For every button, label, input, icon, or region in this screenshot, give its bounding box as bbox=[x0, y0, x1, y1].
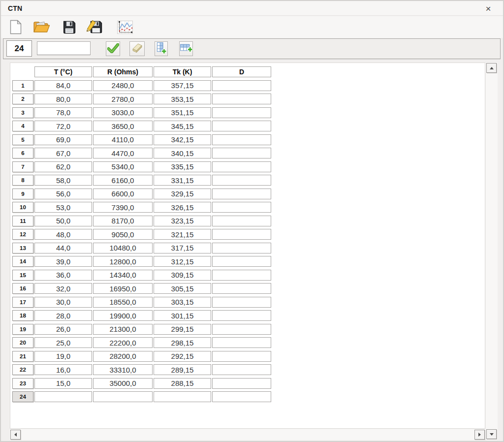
grid-cell-t-row15[interactable]: 36,0 bbox=[34, 270, 92, 281]
row-number-3[interactable]: 3 bbox=[12, 107, 33, 118]
grid-cell-tk-row11[interactable]: 323,15 bbox=[154, 216, 211, 226]
open-file-button[interactable] bbox=[32, 17, 51, 37]
grid-cell-r-row13[interactable]: 10480,0 bbox=[93, 243, 153, 253]
grid-cell-d-row23[interactable] bbox=[212, 378, 271, 389]
row-number-5[interactable]: 5 bbox=[12, 134, 33, 145]
validate-button[interactable] bbox=[106, 41, 120, 56]
row-number-8[interactable]: 8 bbox=[12, 175, 33, 186]
grid-cell-t-row10[interactable]: 53,0 bbox=[34, 202, 92, 213]
grid-cell-t-row13[interactable]: 44,0 bbox=[34, 243, 92, 253]
grid-cell-t-row22[interactable]: 16,0 bbox=[34, 364, 92, 375]
grid-cell-tk-row21[interactable]: 292,15 bbox=[154, 351, 211, 362]
grid-cell-tk-row13[interactable]: 317,15 bbox=[154, 243, 211, 253]
grid-cell-t-row21[interactable]: 19,0 bbox=[34, 351, 92, 362]
new-file-button[interactable] bbox=[6, 17, 26, 37]
grid-cell-r-row14[interactable]: 12800,0 bbox=[93, 256, 153, 267]
chart-button[interactable] bbox=[115, 17, 135, 37]
grid-cell-t-row19[interactable]: 26,0 bbox=[34, 324, 92, 335]
grid-cell-d-row13[interactable] bbox=[212, 243, 271, 253]
grid-cell-d-row8[interactable] bbox=[212, 175, 271, 186]
grid-cell-r-row12[interactable]: 9050,0 bbox=[93, 229, 153, 240]
grid-cell-t-row14[interactable]: 39,0 bbox=[34, 256, 92, 267]
row-number-10[interactable]: 10 bbox=[12, 202, 33, 213]
grid-cell-t-row5[interactable]: 69,0 bbox=[34, 134, 92, 145]
grid-cell-r-row8[interactable]: 6160,0 bbox=[93, 175, 153, 186]
grid-cell-d-row12[interactable] bbox=[212, 229, 271, 240]
grid-cell-t-row9[interactable]: 56,0 bbox=[34, 189, 92, 199]
grid-cell-d-row17[interactable] bbox=[212, 297, 271, 308]
grid-cell-r-row5[interactable]: 4110,0 bbox=[93, 134, 153, 145]
horizontal-scrollbar[interactable] bbox=[10, 429, 485, 440]
grid-cell-r-row17[interactable]: 18550,0 bbox=[93, 297, 153, 308]
row-number-1[interactable]: 1 bbox=[12, 80, 33, 91]
grid-cell-d-row4[interactable] bbox=[212, 121, 271, 131]
grid-cell-d-row11[interactable] bbox=[212, 216, 271, 226]
grid-cell-r-row10[interactable]: 7390,0 bbox=[93, 202, 153, 213]
erase-button[interactable] bbox=[129, 41, 145, 56]
row-number-22[interactable]: 22 bbox=[12, 364, 33, 375]
scroll-up-button[interactable] bbox=[486, 63, 497, 73]
grid-cell-d-row22[interactable] bbox=[212, 364, 271, 375]
row-number-24[interactable]: 24 bbox=[12, 391, 33, 402]
grid-cell-t-row12[interactable]: 48,0 bbox=[34, 229, 92, 240]
grid-cell-d-row6[interactable] bbox=[212, 148, 271, 158]
row-number-17[interactable]: 17 bbox=[12, 297, 33, 308]
save-as-button[interactable] bbox=[85, 17, 104, 37]
grid-cell-tk-row18[interactable]: 301,15 bbox=[154, 310, 211, 321]
row-number-18[interactable]: 18 bbox=[12, 310, 33, 321]
grid-cell-tk-row1[interactable]: 357,15 bbox=[154, 80, 211, 91]
grid-cell-d-row16[interactable] bbox=[212, 283, 271, 294]
grid-cell-t-row2[interactable]: 80,0 bbox=[34, 94, 92, 104]
grid-cell-d-row15[interactable] bbox=[212, 270, 271, 281]
row-number-7[interactable]: 7 bbox=[12, 161, 33, 172]
save-button[interactable] bbox=[59, 17, 79, 37]
grid-cell-d-row2[interactable] bbox=[212, 94, 271, 104]
grid-cell-d-row19[interactable] bbox=[212, 324, 271, 335]
grid-cell-d-row7[interactable] bbox=[212, 161, 271, 172]
grid-cell-r-row22[interactable]: 33310,0 bbox=[93, 364, 153, 375]
row-number-11[interactable]: 11 bbox=[12, 216, 33, 226]
row-number-21[interactable]: 21 bbox=[12, 351, 33, 362]
grid-cell-t-row4[interactable]: 72,0 bbox=[34, 121, 92, 131]
grid-cell-tk-row2[interactable]: 353,15 bbox=[154, 94, 211, 104]
scroll-left-button[interactable] bbox=[10, 430, 21, 440]
grid-cell-tk-row9[interactable]: 329,15 bbox=[154, 189, 211, 199]
row-number-14[interactable]: 14 bbox=[12, 256, 33, 267]
grid-cell-t-row8[interactable]: 58,0 bbox=[34, 175, 92, 186]
scroll-right-button[interactable] bbox=[474, 430, 485, 440]
row-number-6[interactable]: 6 bbox=[12, 148, 33, 158]
grid-cell-t-row16[interactable]: 32,0 bbox=[34, 283, 92, 294]
grid-cell-tk-row19[interactable]: 299,15 bbox=[154, 324, 211, 335]
grid-cell-t-row6[interactable]: 67,0 bbox=[34, 148, 92, 158]
grid-cell-r-row2[interactable]: 2780,0 bbox=[93, 94, 153, 104]
grid-cell-d-row20[interactable] bbox=[212, 337, 271, 348]
grid-cell-tk-row12[interactable]: 321,15 bbox=[154, 229, 211, 240]
grid-cell-r-row19[interactable]: 21300,0 bbox=[93, 324, 153, 335]
row-number-16[interactable]: 16 bbox=[12, 283, 33, 294]
add-column-button[interactable] bbox=[155, 41, 168, 56]
grid-cell-d-row24[interactable] bbox=[212, 391, 271, 402]
grid-cell-r-row6[interactable]: 4470,0 bbox=[93, 148, 153, 158]
grid-cell-r-row18[interactable]: 19900,0 bbox=[93, 310, 153, 321]
grid-cell-d-row10[interactable] bbox=[212, 202, 271, 213]
grid-cell-r-row20[interactable]: 22200,0 bbox=[93, 337, 153, 348]
grid-cell-t-row24[interactable] bbox=[34, 391, 92, 402]
grid-cell-t-row18[interactable]: 28,0 bbox=[34, 310, 92, 321]
grid-cell-tk-row17[interactable]: 303,15 bbox=[154, 297, 211, 308]
grid-cell-r-row4[interactable]: 3650,0 bbox=[93, 121, 153, 131]
row-number-12[interactable]: 12 bbox=[12, 229, 33, 240]
scroll-down-button[interactable] bbox=[486, 429, 497, 439]
row-number-13[interactable]: 13 bbox=[12, 243, 33, 253]
grid-cell-r-row23[interactable]: 35000,0 bbox=[93, 378, 153, 389]
grid-cell-t-row17[interactable]: 30,0 bbox=[34, 297, 92, 308]
grid-cell-tk-row15[interactable]: 309,15 bbox=[154, 270, 211, 281]
grid-cell-t-row23[interactable]: 15,0 bbox=[34, 378, 92, 389]
grid-cell-tk-row10[interactable]: 326,15 bbox=[154, 202, 211, 213]
vertical-scrollbar[interactable] bbox=[486, 63, 498, 440]
grid-cell-tk-row5[interactable]: 342,15 bbox=[154, 134, 211, 145]
grid-cell-r-row15[interactable]: 14340,0 bbox=[93, 270, 153, 281]
grid-cell-t-row1[interactable]: 84,0 bbox=[34, 80, 92, 91]
grid-cell-t-row7[interactable]: 62,0 bbox=[34, 161, 92, 172]
add-row-button[interactable] bbox=[179, 41, 193, 56]
row-number-20[interactable]: 20 bbox=[12, 337, 33, 348]
